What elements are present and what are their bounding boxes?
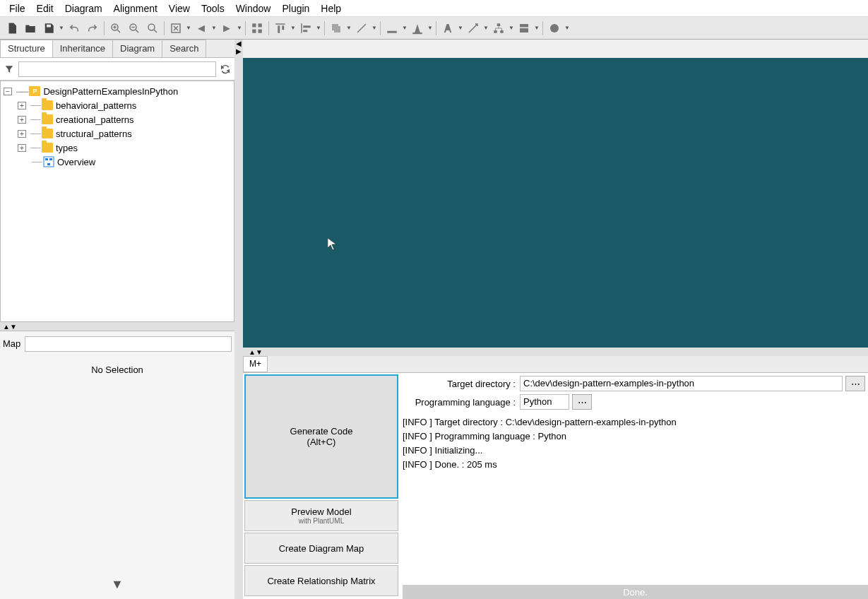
text-color-dropdown-icon[interactable]: ▼ [427, 25, 433, 31]
font-icon[interactable] [439, 20, 456, 37]
grid-icon[interactable] [249, 20, 266, 37]
new-file-icon[interactable] [4, 20, 20, 37]
tree-item[interactable]: +┈┈ structural_patterns [4, 126, 231, 141]
expand-icon[interactable]: + [18, 130, 26, 138]
menu-help[interactable]: Help [315, 1, 347, 16]
log-line: [INFO ] Initializing... [403, 444, 865, 458]
folder-icon [42, 129, 53, 138]
left-panel: Structure Inheritance Diagram Search −──… [0, 40, 234, 599]
no-selection-label: No Selection [91, 364, 143, 375]
nav-right-dropdown-icon[interactable]: ▼ [237, 25, 242, 31]
align-top-icon[interactable] [272, 20, 289, 37]
zoom-reset-icon[interactable] [144, 20, 161, 37]
selection-panel: No Selection ▼ [0, 356, 234, 599]
menu-view[interactable]: View [163, 1, 196, 16]
relmatrix-label: Create Relationship Matrix [267, 576, 375, 586]
save-icon[interactable] [40, 20, 57, 37]
expand-icon[interactable]: + [18, 144, 26, 152]
tree-layout-dropdown-icon[interactable]: ▼ [509, 25, 514, 31]
redo-icon[interactable] [84, 20, 101, 37]
menu-bar: File Edit Diagram Alignment View Tools W… [0, 0, 868, 17]
fit-dropdown-icon[interactable]: ▼ [186, 25, 191, 31]
canvas-splitter[interactable]: ▲▼ [243, 348, 868, 356]
shape-icon[interactable] [546, 20, 563, 37]
right-panel: ▲▼ M+ Generate Code (Alt+C) Preview Mode… [243, 40, 868, 599]
lang-value[interactable]: Python [520, 394, 569, 410]
undo-icon[interactable] [66, 20, 83, 37]
generate-label: Generate Code [290, 426, 353, 437]
chevron-down-icon[interactable]: ▼ [111, 577, 124, 592]
tab-search[interactable]: Search [162, 40, 206, 57]
preview-sublabel: with PlantUML [299, 517, 344, 525]
align-left-dropdown-icon[interactable]: ▼ [316, 25, 321, 31]
collapse-icon[interactable]: − [4, 88, 12, 95]
menu-diagram[interactable]: Diagram [59, 1, 108, 16]
fit-view-icon[interactable] [167, 20, 184, 37]
menu-file[interactable]: File [4, 1, 31, 16]
layer-dropdown-icon[interactable]: ▼ [346, 25, 352, 31]
open-icon[interactable] [22, 20, 39, 37]
fill-color-dropdown-icon[interactable]: ▼ [402, 25, 408, 31]
expand-icon[interactable]: + [18, 102, 26, 109]
tree-root[interactable]: −── P DesignPatternExamplesInPython [4, 84, 231, 98]
diagram-canvas[interactable] [243, 58, 868, 348]
tab-diagram[interactable]: Diagram [112, 40, 162, 57]
layer-icon[interactable] [328, 20, 345, 37]
preview-model-button[interactable]: Preview Model with PlantUML [244, 500, 398, 531]
tree-item[interactable]: +┈┈ behavioral_patterns [4, 98, 231, 112]
svg-rect-17 [49, 158, 52, 160]
tree-layout-icon[interactable] [490, 20, 507, 37]
tree-item[interactable]: +┈┈ creational_patterns [4, 112, 231, 126]
target-dir-value[interactable]: C:\dev\design-pattern-examples-in-python [520, 376, 843, 391]
horizontal-splitter[interactable]: ▲▼ [0, 322, 234, 331]
svg-rect-7 [258, 29, 262, 32]
nav-left-dropdown-icon[interactable]: ▼ [211, 25, 217, 31]
refresh-icon[interactable] [219, 63, 232, 76]
browse-lang-button[interactable]: ⋯ [572, 394, 592, 410]
line-color-dropdown-icon[interactable]: ▼ [371, 25, 377, 31]
target-dir-label: Target directory : [403, 379, 516, 389]
tab-inheritance[interactable]: Inheritance [52, 40, 113, 57]
folder-icon [42, 100, 53, 110]
menu-plugin[interactable]: Plugin [276, 1, 315, 16]
vertical-splitter[interactable]: ◀▶ [234, 40, 243, 599]
svg-rect-16 [45, 158, 48, 160]
save-dropdown-icon[interactable]: ▼ [59, 25, 64, 31]
nav-left-icon[interactable]: ◀ [193, 20, 210, 37]
create-diagram-map-button[interactable]: Create Diagram Map [244, 533, 398, 564]
filter-icon[interactable] [3, 63, 16, 76]
log-line: [INFO ] Programming language : Python [403, 429, 865, 444]
project-tree[interactable]: −── P DesignPatternExamplesInPython +┈┈ … [0, 81, 234, 322]
expand-icon[interactable]: + [18, 116, 26, 124]
map-input[interactable] [25, 336, 232, 352]
menu-window[interactable]: Window [230, 1, 277, 16]
nav-right-icon[interactable]: ▶ [218, 20, 235, 37]
tab-structure[interactable]: Structure [0, 40, 53, 57]
tab-mplus[interactable]: M+ [243, 356, 268, 372]
zoom-out-icon[interactable] [126, 20, 143, 37]
menu-edit[interactable]: Edit [31, 1, 59, 16]
object-dropdown-icon[interactable]: ▼ [534, 25, 540, 31]
structure-tabs: Structure Inheritance Diagram Search [0, 40, 234, 58]
filter-input[interactable] [18, 61, 216, 77]
connector-dropdown-icon[interactable]: ▼ [483, 25, 489, 31]
fill-color-icon[interactable] [384, 20, 400, 37]
tree-leaf[interactable]: ┈┈ Overview [4, 155, 231, 169]
font-dropdown-icon[interactable]: ▼ [458, 25, 463, 31]
text-color-icon[interactable] [409, 20, 426, 37]
zoom-in-icon[interactable] [107, 20, 124, 37]
align-left-icon[interactable] [297, 20, 314, 37]
generate-code-button[interactable]: Generate Code (Alt+C) [244, 374, 398, 499]
shape-dropdown-icon[interactable]: ▼ [564, 25, 570, 31]
menu-tools[interactable]: Tools [196, 1, 230, 16]
line-color-icon[interactable] [353, 20, 370, 37]
menu-alignment[interactable]: Alignment [108, 1, 163, 16]
object-icon[interactable] [516, 20, 533, 37]
browse-target-button[interactable]: ⋯ [845, 376, 865, 391]
svg-rect-13 [520, 28, 528, 32]
create-relationship-matrix-button[interactable]: Create Relationship Matrix [244, 565, 398, 596]
align-top-dropdown-icon[interactable]: ▼ [290, 25, 296, 31]
tree-item[interactable]: +┈┈ types [4, 141, 231, 155]
connector-icon[interactable] [465, 20, 482, 37]
log-line: [INFO ] Target directory : C:\dev\design… [403, 415, 865, 429]
